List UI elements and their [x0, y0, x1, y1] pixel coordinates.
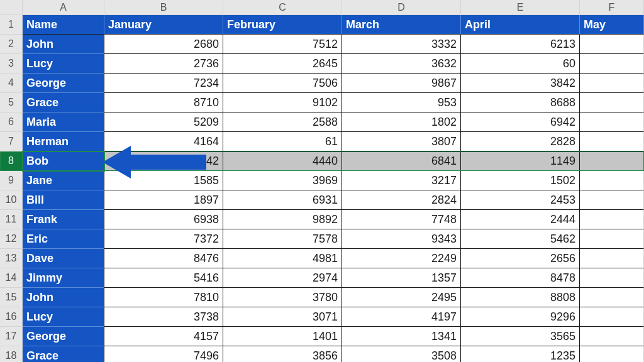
row-header-13[interactable]: 13 — [0, 249, 23, 268]
data-cell[interactable]: 4440 — [223, 151, 342, 171]
data-cell[interactable]: 1235 — [461, 346, 580, 362]
data-cell[interactable]: 1341 — [342, 327, 461, 346]
data-cell[interactable]: 953 — [342, 93, 461, 112]
data-cell[interactable]: 1149 — [461, 151, 580, 171]
data-cell[interactable]: 3508 — [342, 346, 461, 362]
name-cell[interactable]: George — [23, 74, 104, 93]
data-cell[interactable]: 2828 — [461, 132, 580, 151]
data-cell[interactable]: 2588 — [223, 112, 342, 132]
data-cell[interactable] — [580, 210, 644, 229]
name-cell[interactable]: Grace — [23, 93, 104, 112]
data-cell[interactable]: 1585 — [104, 171, 223, 190]
data-cell[interactable]: 3780 — [223, 288, 342, 307]
data-cell[interactable]: 4157 — [104, 327, 223, 346]
name-cell[interactable]: Lucy — [23, 54, 104, 74]
row-header-10[interactable]: 10 — [0, 190, 23, 210]
data-cell[interactable] — [580, 93, 644, 112]
data-cell[interactable]: 3632 — [342, 54, 461, 74]
data-cell[interactable]: 2736 — [104, 54, 223, 74]
row-header-6[interactable]: 6 — [0, 112, 23, 132]
data-cell[interactable] — [580, 35, 644, 54]
data-cell[interactable]: 2974 — [223, 268, 342, 288]
data-cell[interactable]: 7234 — [104, 74, 223, 93]
row-header-1[interactable]: 1 — [0, 15, 23, 35]
data-cell[interactable]: 6931 — [223, 190, 342, 210]
data-cell[interactable] — [580, 249, 644, 268]
data-cell[interactable]: 2645 — [223, 54, 342, 74]
row-header-7[interactable]: 7 — [0, 132, 23, 151]
data-cell[interactable]: 61 — [223, 132, 342, 151]
data-cell[interactable]: 4981 — [223, 249, 342, 268]
row-header-14[interactable]: 14 — [0, 268, 23, 288]
data-cell[interactable]: 4197 — [342, 307, 461, 327]
data-cell[interactable]: 3969 — [223, 171, 342, 190]
col-header-c[interactable]: C — [223, 0, 342, 15]
data-cell[interactable]: 4164 — [104, 132, 223, 151]
row-header-18[interactable]: 18 — [0, 346, 23, 362]
data-cell[interactable]: 2656 — [461, 249, 580, 268]
data-cell[interactable]: 2680 — [104, 35, 223, 54]
data-cell[interactable]: 3807 — [342, 132, 461, 151]
data-cell[interactable]: 3332 — [342, 35, 461, 54]
header-march[interactable]: March — [342, 15, 461, 35]
data-cell[interactable]: 8476 — [104, 249, 223, 268]
data-cell[interactable] — [580, 346, 644, 362]
data-cell[interactable]: 1802 — [342, 112, 461, 132]
header-may[interactable]: May — [580, 15, 644, 35]
data-cell[interactable]: 7512 — [223, 35, 342, 54]
name-cell[interactable]: John — [23, 35, 104, 54]
data-cell[interactable]: 8710 — [104, 93, 223, 112]
name-cell[interactable]: Jimmy — [23, 268, 104, 288]
data-cell[interactable]: 5416 — [104, 268, 223, 288]
name-cell[interactable]: John — [23, 288, 104, 307]
data-cell[interactable]: 7810 — [104, 288, 223, 307]
data-cell[interactable]: 2824 — [342, 190, 461, 210]
data-cell[interactable] — [580, 288, 644, 307]
data-cell[interactable] — [580, 268, 644, 288]
data-cell[interactable]: 9343 — [342, 229, 461, 249]
select-all-corner[interactable] — [0, 0, 23, 15]
data-cell[interactable]: 2495 — [342, 288, 461, 307]
data-cell[interactable]: 1502 — [461, 171, 580, 190]
data-cell[interactable]: 3856 — [223, 346, 342, 362]
name-cell[interactable]: George — [23, 327, 104, 346]
data-cell[interactable]: 7372 — [104, 229, 223, 249]
data-cell[interactable]: 7578 — [223, 229, 342, 249]
data-cell[interactable] — [580, 171, 644, 190]
data-cell[interactable]: 60 — [461, 54, 580, 74]
data-cell[interactable]: 9296 — [461, 307, 580, 327]
header-name[interactable]: Name — [23, 15, 104, 35]
data-cell[interactable] — [580, 190, 644, 210]
data-cell[interactable] — [580, 74, 644, 93]
data-cell[interactable]: 2444 — [461, 210, 580, 229]
row-header-5[interactable]: 5 — [0, 93, 23, 112]
data-cell[interactable]: 6938 — [104, 210, 223, 229]
col-header-b[interactable]: B — [104, 0, 223, 15]
name-cell[interactable]: Bill — [23, 190, 104, 210]
col-header-f[interactable]: F — [580, 0, 644, 15]
data-cell[interactable]: 3217 — [342, 171, 461, 190]
data-cell[interactable]: 7496 — [104, 346, 223, 362]
name-cell[interactable]: Dave — [23, 249, 104, 268]
data-cell[interactable] — [580, 112, 644, 132]
data-cell[interactable]: 2249 — [342, 249, 461, 268]
data-cell[interactable] — [580, 54, 644, 74]
data-cell[interactable]: 3842 — [461, 74, 580, 93]
row-header-17[interactable]: 17 — [0, 327, 23, 346]
name-cell[interactable]: Frank — [23, 210, 104, 229]
data-cell[interactable]: 8478 — [461, 268, 580, 288]
data-cell[interactable]: 3565 — [461, 327, 580, 346]
row-header-2[interactable]: 2 — [0, 35, 23, 54]
data-cell[interactable] — [580, 307, 644, 327]
data-cell[interactable]: 6213 — [461, 35, 580, 54]
data-cell[interactable] — [580, 327, 644, 346]
name-cell[interactable]: Jane — [23, 171, 104, 190]
row-header-16[interactable]: 16 — [0, 307, 23, 327]
data-cell[interactable] — [580, 229, 644, 249]
data-cell[interactable] — [580, 132, 644, 151]
row-header-11[interactable]: 11 — [0, 210, 23, 229]
header-february[interactable]: February — [223, 15, 342, 35]
data-cell[interactable] — [580, 151, 644, 171]
data-cell[interactable]: 1401 — [223, 327, 342, 346]
name-cell[interactable]: Grace — [23, 346, 104, 362]
